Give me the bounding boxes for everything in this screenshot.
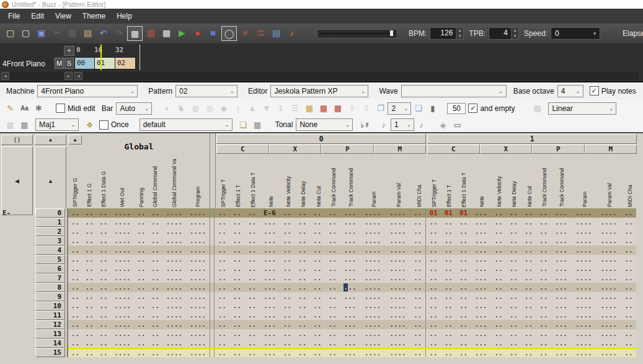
pattern-cell[interactable]: .. — [97, 264, 111, 273]
pattern-cell[interactable]: .. — [325, 246, 340, 255]
pattern-cell[interactable]: .... — [360, 227, 385, 236]
pattern-cell[interactable]: .. — [97, 339, 111, 348]
diamonds-icon[interactable]: ◈ — [437, 118, 450, 131]
pattern-cell[interactable]: .. — [506, 292, 521, 301]
pattern-cell[interactable]: .... — [385, 283, 410, 292]
pattern-cell[interactable]: .. — [491, 311, 506, 320]
keyboard-pencil-icon[interactable]: ▭ — [451, 118, 464, 131]
pattern-cell[interactable]: .. — [134, 320, 148, 329]
bar-dropdown[interactable]: Auto⌄ — [116, 102, 152, 115]
pattern-cell[interactable]: .... — [360, 301, 385, 311]
pattern-cell[interactable]: .. — [325, 264, 340, 273]
pattern-cell[interactable]: .. — [506, 227, 521, 236]
pattern-cell[interactable]: ... — [471, 273, 491, 283]
pattern-cell[interactable]: .. — [441, 301, 456, 311]
pattern-cell[interactable]: .. — [148, 255, 162, 264]
pattern-cell[interactable]: .. — [245, 329, 260, 339]
pattern-cell[interactable]: .. — [295, 339, 310, 348]
pattern-cell[interactable]: .. — [491, 236, 506, 246]
pattern-cell[interactable]: .... — [360, 208, 385, 218]
pattern-cell[interactable]: .... — [186, 227, 210, 236]
pattern-cell[interactable]: .. — [280, 301, 295, 311]
shift-rows-down-icon[interactable]: ⇩ — [360, 102, 373, 115]
row-number[interactable]: 9 — [35, 292, 65, 301]
pattern-cell[interactable]: .. — [521, 283, 536, 292]
table-insert-row-icon[interactable]: ▦ — [303, 102, 316, 115]
pattern-cell[interactable]: .. — [456, 246, 471, 255]
pattern-cell[interactable]: .. — [215, 246, 229, 255]
pattern-cell[interactable]: .. — [82, 339, 97, 348]
pattern-cell[interactable]: ... — [471, 264, 491, 273]
pattern-editor-icon[interactable]: ▦ — [127, 26, 143, 41]
pattern-cell[interactable]: .. — [245, 320, 260, 329]
pattern-cell[interactable]: .. — [134, 255, 148, 264]
pattern-cell[interactable]: .. — [426, 349, 441, 357]
pattern-cell[interactable]: .. — [506, 301, 521, 311]
row-number[interactable]: 14 — [35, 339, 65, 348]
pattern-cell[interactable]: ... — [551, 246, 571, 255]
pattern-cell[interactable]: .. — [280, 339, 295, 348]
pattern-cell[interactable]: .. — [441, 292, 456, 301]
scroll-left-button[interactable]: ◀ — [1, 146, 33, 215]
pattern-cell[interactable]: .... — [110, 218, 134, 227]
pattern-cell[interactable]: .. — [68, 227, 82, 236]
pattern-cell[interactable]: ... — [260, 255, 280, 264]
pattern-cell[interactable]: .. — [456, 227, 471, 236]
pattern-cell[interactable]: .... — [596, 339, 621, 348]
menu-item-theme[interactable]: Theme — [77, 9, 111, 24]
pattern-cell[interactable]: .... — [186, 339, 210, 348]
pattern-cell[interactable]: .. — [426, 218, 441, 227]
loop-icon[interactable]: ◯ — [221, 26, 237, 41]
pattern-cell[interactable]: .. — [536, 292, 551, 301]
pattern-cell[interactable]: .. — [325, 208, 340, 218]
pattern-cell[interactable]: .... — [571, 301, 596, 311]
pattern-cell[interactable]: .... — [162, 246, 186, 255]
pattern-cell[interactable]: .... — [360, 218, 385, 227]
machine-dropdown[interactable]: 4Front Piano⌄ — [37, 85, 138, 97]
solo-button[interactable]: S — [64, 58, 74, 69]
pattern-cell[interactable]: .. — [245, 292, 260, 301]
bpm-down-icon[interactable]: ▼ — [456, 33, 463, 39]
pattern-cell[interactable]: .. — [229, 236, 244, 246]
pattern-cell[interactable]: .. — [621, 301, 636, 311]
pattern-cell[interactable]: ... — [260, 273, 280, 283]
pattern-cell[interactable]: .... — [186, 208, 210, 218]
row-number[interactable]: 4 — [35, 246, 65, 255]
pattern-cell[interactable]: .. — [68, 283, 82, 292]
tpb-down-icon[interactable]: ▼ — [512, 33, 518, 39]
pattern-cell[interactable]: .. — [621, 339, 636, 348]
pattern-cell[interactable]: .. — [506, 329, 521, 339]
master-audio-icon[interactable]: ♪ — [285, 26, 299, 40]
bpm-spin-buttons[interactable]: ▲▼ — [456, 28, 463, 39]
pattern-cell[interactable]: .. — [134, 329, 148, 339]
pattern-cell[interactable]: .. — [245, 246, 260, 255]
pattern-cell[interactable]: .... — [162, 339, 186, 348]
interpolation-dropdown[interactable]: Linear⌄ — [548, 102, 616, 115]
pattern-cell[interactable]: .. — [148, 227, 162, 236]
pattern-cell[interactable]: .... — [571, 283, 596, 292]
row-number[interactable]: 6 — [35, 264, 65, 273]
pattern-cell[interactable]: .... — [110, 273, 134, 283]
pattern-cell[interactable]: .... — [162, 264, 186, 273]
pattern-cell[interactable]: .. — [295, 218, 310, 227]
pattern-cell[interactable]: .. — [134, 236, 148, 246]
pattern-cell[interactable]: .... — [110, 246, 134, 255]
pattern-cell[interactable]: .. — [536, 273, 551, 283]
pattern-cell[interactable]: ... — [340, 292, 360, 301]
pattern-cell[interactable]: .. — [134, 349, 148, 357]
pattern-cell[interactable]: .. — [456, 283, 471, 292]
pattern-cell[interactable]: .. — [295, 236, 310, 246]
pattern-cell[interactable]: .. — [441, 339, 456, 348]
pattern-cell[interactable]: .. — [134, 339, 148, 348]
pattern-cell[interactable]: .... — [385, 301, 410, 311]
pattern-cell[interactable]: .. — [491, 264, 506, 273]
add-track-window-icon[interactable]: ❏ — [412, 102, 425, 115]
pattern-cell[interactable]: .. — [68, 301, 82, 311]
pattern-dropdown[interactable]: 02⌄ — [175, 85, 237, 97]
pattern-cell[interactable]: .. — [280, 218, 295, 227]
pattern-cell[interactable]: ... — [340, 301, 360, 311]
pattern-cell[interactable]: .. — [82, 320, 97, 329]
hand-note-icon[interactable]: ❖ — [83, 118, 96, 131]
grid-small-icon[interactable]: ▦ — [4, 118, 17, 131]
pattern-cell[interactable]: .. — [521, 227, 536, 236]
